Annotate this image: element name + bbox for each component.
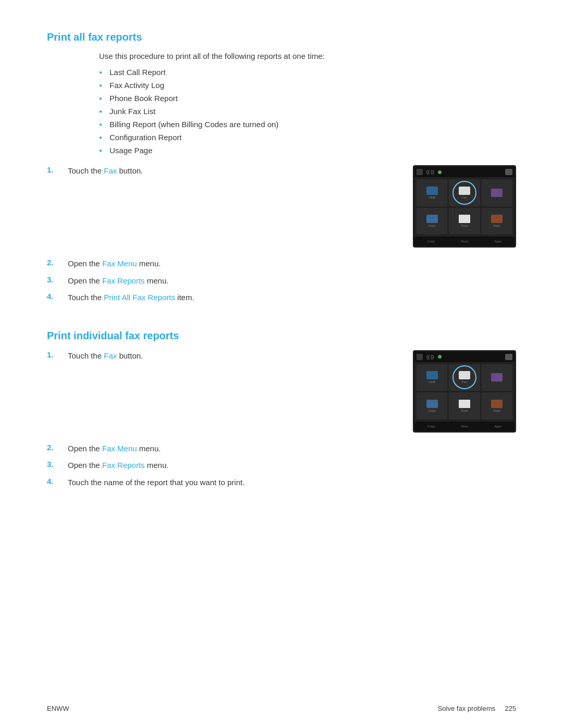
s2-usb-cell: USB [417,364,447,391]
s2-copy-cell: Copy [417,392,447,419]
s2-grid-icon [505,354,512,360]
apps-icon [491,189,503,197]
steps-2-4: 2. Open the Fax Menu menu. 3. Open the F… [47,258,516,304]
step3-number: 3. [47,275,68,287]
list-item: Phone Book Report [99,94,516,103]
s2-fax-reports-link: Fax Reports [102,461,145,470]
apps2-cell: Apps [482,208,512,235]
wifi-icon: ((·)) [426,169,434,175]
s2-apps2-icon [491,400,503,408]
apps-cell [482,179,512,206]
fax-menu-link: Fax Menu [102,259,137,268]
s2-status-dot [438,355,442,359]
step4: 4. Touch the Print All Fax Reports item. [47,292,516,304]
page-footer: ENWW Solve fax problems 225 [0,705,563,712]
section1-title: Print all fax reports [47,31,516,43]
step2: 2. Open the Fax Menu menu. [47,258,516,270]
s2-step4-text: Touch the name of the report that you wa… [68,477,516,489]
fax-screen-1: ((·)) USB [413,165,516,248]
s2-copy-label: Copy [429,409,436,412]
footer-copy: Copy [427,240,435,243]
s2-step3-text: Open the Fax Reports menu. [68,460,516,472]
s2-step2-text: Open the Fax Menu menu. [68,443,516,455]
step2-text: Open the Fax Menu menu. [68,258,516,270]
bullet-list: Last Call Report Fax Activity Log Phone … [99,68,516,155]
s2-step4-number: 4. [47,477,68,489]
s2-scan-label: Scan [461,409,468,412]
screen-topbar: ((·)) [414,167,515,177]
fax-link: Fax [104,166,117,175]
fax-reports-link: Fax Reports [102,276,145,285]
print-all-link: Print All Fax Reports [104,293,175,302]
screen-image-1: ((·)) USB [413,165,516,248]
step1-number: 1. [47,165,68,177]
list-item: Fax Activity Log [99,81,516,90]
s2-footer-scan: Scan [461,425,468,428]
step2-number: 2. [47,258,68,270]
s2-fax-circle [452,365,476,389]
status-dot [438,170,442,174]
s2-wifi-icon: ((·)) [426,354,434,360]
footer-right-prefix: Solve fax problems [438,705,496,712]
step1-text: Touch the Fax button. [68,165,392,177]
screen-grid: USB Fax Co [414,177,515,237]
usb-cell: USB [417,179,447,206]
usb-icon [426,187,438,195]
s2-fax-link: Fax [104,351,117,360]
s2-step1: 1. Touch the Fax button. [47,350,392,362]
list-item: Billing Report (when Billing Codes are t… [99,120,516,129]
step3: 3. Open the Fax Reports menu. [47,275,516,287]
s2-screen-topbar: ((·)) [414,352,515,362]
s2-step3-number: 3. [47,460,68,472]
step4-text: Touch the Print All Fax Reports item. [68,292,516,304]
s2-steps-2-4: 2. Open the Fax Menu menu. 3. Open the F… [47,443,516,489]
s2-step4: 4. Touch the name of the report that you… [47,477,516,489]
s2-screen-grid: USB Fax Co [414,362,515,422]
s2-scan-cell: Scan [449,392,480,419]
s2-step2: 2. Open the Fax Menu menu. [47,443,516,455]
page-content: Print all fax reports Use this procedure… [0,0,563,535]
s2-apps2-cell: Apps [482,392,512,419]
footer-right: Solve fax problems 225 [438,705,516,712]
s2-usb-icon [426,371,438,379]
step1-row: 1. Touch the Fax button. ((·)) [47,165,516,248]
s2-fax-cell: Fax [449,364,480,391]
s2-footer-copy: Copy [427,425,435,428]
screen-image-2: ((·)) USB [413,350,516,433]
s2-menu-icon [417,354,423,360]
s2-copy-icon [426,400,438,408]
s2-step1-text: Touch the Fax button. [68,350,392,362]
s2-step2-number: 2. [47,443,68,455]
fax-circle [452,181,476,205]
step4-number: 4. [47,292,68,304]
footer-scan: Scan [461,240,468,243]
s2-footer-apps: Apps [494,425,501,428]
s2-apps2-label: Apps [493,409,500,412]
screen-footer: Copy Scan Apps [414,237,515,246]
scan-icon [459,215,470,223]
section2-step1-row: 1. Touch the Fax button. ((·)) [47,350,516,433]
footer-left: ENWW [47,705,69,712]
s2-step1-number: 1. [47,350,68,362]
footer-page-number: 225 [505,705,516,712]
apps2-label: Apps [493,224,500,227]
list-item: Configuration Report [99,133,516,142]
copy-label: Copy [429,224,436,227]
scan-cell: Scan [449,208,480,235]
s2-screen-footer: Copy Scan Apps [414,422,515,431]
s2-usb-label: USB [429,380,435,384]
menu-icon [417,169,423,175]
footer-apps: Apps [494,240,501,243]
usb-label: USB [429,196,435,199]
s2-scan-icon [459,400,470,408]
copy-icon [426,215,438,223]
list-item: Junk Fax List [99,107,516,116]
section-print-individual: Print individual fax reports 1. Touch th… [47,330,516,489]
list-item: Last Call Report [99,68,516,77]
s2-step3: 3. Open the Fax Reports menu. [47,460,516,472]
apps2-icon [491,215,503,223]
section2-title: Print individual fax reports [47,330,516,342]
fax-screen-2: ((·)) USB [413,350,516,433]
s2-fax-menu-link: Fax Menu [102,444,137,453]
section1-intro: Use this procedure to print all of the f… [99,52,516,60]
